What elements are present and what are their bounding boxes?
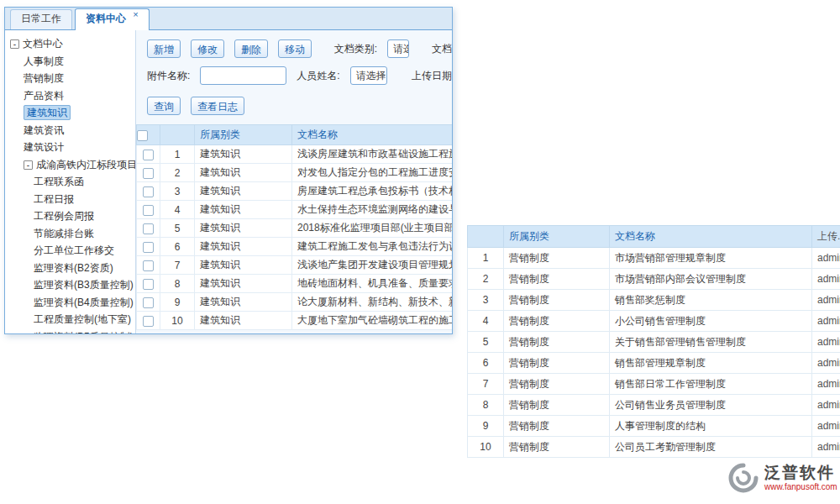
close-icon[interactable]: × — [133, 9, 138, 19]
view-log-button[interactable]: 查看日志 — [191, 97, 244, 115]
row-checkbox-cell — [137, 275, 160, 293]
doc-name-link[interactable]: 市场营销部内部会议管理制度 — [610, 269, 812, 290]
doc-name-link[interactable]: 地砖地面材料、机具准备、质量要求及... — [292, 275, 453, 293]
row-uploader: admin — [812, 290, 840, 311]
tree-folder[interactable]: -文档中心 — [5, 35, 135, 53]
tree-item[interactable]: 监理资料(B4质量控制) — [5, 294, 135, 312]
doc-name-link[interactable]: 大厦地下室加气砼墙砌筑工程的施工方... — [292, 312, 453, 330]
collapse-icon[interactable]: - — [24, 160, 33, 170]
row-uploader: admin — [812, 437, 840, 458]
doc-name-link[interactable]: 公司员工考勤管理制度 — [610, 437, 812, 458]
delete-button[interactable]: 删除 — [234, 39, 268, 58]
doc-name-link[interactable]: 市场营销部管理规章制度 — [610, 248, 812, 269]
doc-name-link[interactable]: 小公司销售管理制度 — [610, 311, 812, 332]
row-seq: 5 — [160, 219, 195, 238]
doc-name-link[interactable]: 销售部管理规章制度 — [610, 353, 812, 374]
tree-item[interactable]: 节能减排台账 — [5, 225, 135, 243]
tab-data-center[interactable]: 资料中心 × — [75, 8, 150, 30]
person-select[interactable]: 请选择 ▼ — [350, 66, 388, 85]
collapse-icon[interactable]: - — [10, 39, 19, 49]
doc-name-link[interactable]: 销售部奖惩制度 — [610, 290, 812, 311]
tree-item[interactable]: 人事制度 — [5, 53, 135, 71]
row-checkbox-cell — [137, 256, 160, 275]
doc-name-link[interactable]: 人事管理制度的结构 — [610, 416, 812, 437]
row-checkbox[interactable] — [143, 223, 154, 234]
tree-item[interactable]: 工程联系函 — [5, 173, 135, 191]
attachment-input[interactable] — [200, 66, 286, 85]
table-row: 8营销制度公司销售业务员管理制度admin — [468, 395, 840, 416]
doc-name-link[interactable]: 建筑工程施工发包与承包违法行为认定... — [292, 238, 453, 256]
row-uploader: admin — [812, 374, 840, 395]
row-checkbox[interactable] — [143, 242, 154, 253]
tree-item[interactable]: 工程质量控制(地下室) — [5, 311, 135, 328]
row-checkbox[interactable] — [143, 168, 154, 179]
doc-name-link[interactable]: 论大厦新材料、新结构、新技术、新工... — [292, 293, 453, 312]
row-category: 建筑知识 — [195, 145, 292, 164]
row-seq: 4 — [160, 201, 195, 219]
table-row: 6建筑知识建筑工程施工发包与承包违法行为认定... — [137, 238, 453, 256]
tree-item[interactable]: 建筑设计 — [5, 139, 135, 156]
row-checkbox[interactable] — [143, 279, 154, 290]
tree-item[interactable]: 监理资料(B3质量控制) — [5, 276, 135, 294]
select-all-checkbox[interactable] — [137, 130, 148, 141]
tab-daily-work[interactable]: 日常工作 — [10, 9, 72, 29]
add-button[interactable]: 新增 — [147, 39, 181, 58]
doc-name-link[interactable]: 公司销售业务员管理制度 — [610, 395, 812, 416]
row-seq: 3 — [160, 182, 195, 201]
doc-name-link[interactable]: 房屋建筑工程总承包投标书（技术标）... — [292, 182, 453, 201]
row-checkbox-cell — [137, 145, 160, 164]
row-category: 建筑知识 — [195, 164, 292, 182]
doc-name-link[interactable]: 2018标准化监理项目部(业主项目部)人员... — [292, 219, 453, 238]
row-uploader: admin — [812, 311, 840, 332]
row-checkbox[interactable] — [143, 260, 154, 271]
edit-button[interactable]: 修改 — [191, 39, 224, 58]
table-row: 9建筑知识论大厦新材料、新结构、新技术、新工... — [137, 293, 453, 312]
tree-item[interactable]: 监理资料(B2资质) — [5, 260, 135, 277]
tree-item-label: 监理资料(B3质量控制) — [34, 279, 134, 291]
doc-name-link[interactable]: 浅谈地产集团开发建设项目管理规划编... — [292, 256, 453, 275]
doc-name-link[interactable]: 对发包人指定分包的工程施工进度安排... — [292, 164, 453, 182]
row-category: 营销制度 — [504, 269, 610, 290]
doc-name-link[interactable]: 浅谈房屋建筑和市政基础设施工程施工... — [292, 145, 453, 164]
doc-name-header: 文档名称 — [292, 125, 453, 145]
row-checkbox[interactable] — [143, 186, 154, 197]
tree-item[interactable]: 分工单位工作移交 — [5, 242, 135, 260]
doc-name-link[interactable]: 销售部日常工作管理制度 — [610, 374, 812, 395]
row-checkbox[interactable] — [143, 316, 154, 327]
tree-item[interactable]: 工程例会周报 — [5, 207, 135, 225]
tree-item[interactable]: 建筑资讯 — [5, 122, 135, 139]
row-category: 营销制度 — [504, 416, 610, 437]
row-uploader: admin — [812, 269, 840, 290]
row-category: 建筑知识 — [195, 219, 292, 238]
doc-name-link[interactable]: 关于销售部管理销售管理制度 — [610, 332, 812, 353]
filter-row: 附件名称: 人员姓名: 请选择 ▼ 上传日期 — [147, 66, 452, 86]
category-header: 所属别类 — [195, 125, 292, 145]
table-row: 1建筑知识浅谈房屋建筑和市政基础设施工程施工... — [137, 145, 453, 164]
row-seq: 5 — [468, 332, 504, 353]
row-checkbox[interactable] — [143, 297, 154, 308]
row-checkbox[interactable] — [143, 205, 154, 216]
tree-item-label: 工程质量控制(地下室) — [34, 313, 131, 325]
tree-item[interactable]: 工程日报 — [5, 191, 135, 208]
row-seq: 8 — [160, 275, 195, 293]
tree-item-label: 建筑资讯 — [24, 124, 64, 136]
tree-item[interactable]: 建筑知识 — [5, 104, 135, 122]
row-checkbox[interactable] — [143, 150, 154, 160]
query-button[interactable]: 查询 — [147, 97, 181, 115]
tree-item[interactable]: 产品资料 — [5, 87, 135, 105]
row-checkbox-cell — [137, 312, 160, 330]
tree-item[interactable]: 营销制度 — [5, 70, 135, 87]
tree-item-label: 监理资料(B4质量控制) — [34, 297, 134, 308]
tree-item[interactable]: 监理资料(B5质量控制) — [5, 328, 135, 335]
doc-type-select[interactable]: 请选择 ▼ — [387, 39, 409, 58]
fanpu-logo: 泛普软件 www.fanpusoft.com — [727, 462, 837, 494]
row-seq: 2 — [468, 269, 504, 290]
toolbar: 新增 修改 删除 移动 文档类别: 请选择 ▼ 文档 — [147, 39, 452, 59]
row-seq: 3 — [468, 290, 504, 311]
doc-name-link[interactable]: 水土保持生态环境监测网络的建设与资... — [292, 201, 453, 219]
move-button[interactable]: 移动 — [278, 39, 312, 58]
row-seq: 1 — [160, 145, 195, 164]
row-category: 营销制度 — [504, 374, 610, 395]
tree-folder[interactable]: -成渝高铁内江标段项目 — [5, 156, 135, 174]
tree-item-label: 分工单位工作移交 — [34, 244, 114, 256]
